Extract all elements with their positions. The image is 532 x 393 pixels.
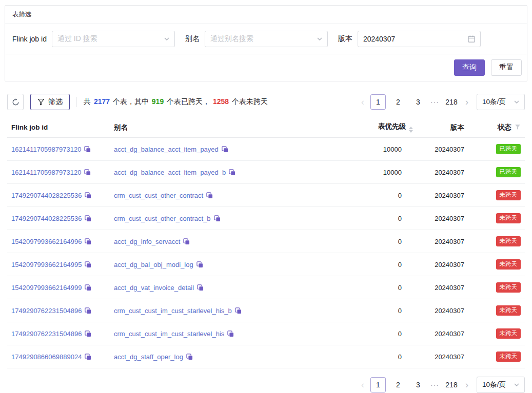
filter-row: Flink job id 通过 ID 搜索 别名 通过别名搜索 版本 20240… — [5, 24, 527, 54]
copy-icon[interactable] — [227, 330, 234, 337]
job-id-select[interactable]: 通过 ID 搜索 — [52, 31, 175, 47]
reset-button[interactable]: 重置 — [491, 59, 522, 76]
table-row: 1542097993662164995acct_dg_bal_obj_modi_… — [7, 253, 525, 276]
copy-icon[interactable] — [84, 169, 91, 176]
status-cell: 未跨天 — [468, 345, 525, 368]
job-id-cell: 1749290762231504896 — [7, 299, 110, 322]
copy-icon[interactable] — [183, 238, 190, 245]
status-cell: 未跨天 — [468, 322, 525, 345]
job-id-link[interactable]: 1542097993662164999 — [11, 284, 82, 292]
alias-cell: crm_cust_cust_other_contract_b — [110, 207, 358, 230]
priority-cell: 0 — [358, 276, 417, 299]
page-size-select[interactable]: 10条/页 — [477, 94, 525, 110]
alias-link[interactable]: acct_dg_bal_obj_modi_log — [114, 261, 193, 268]
copy-icon[interactable] — [85, 330, 91, 337]
alias-link[interactable]: crm_cust_cust_im_cust_starlevel_his — [114, 330, 224, 338]
alias-link[interactable]: crm_cust_cust_other_contract — [114, 192, 203, 199]
page-size-value: 10条/页 — [482, 380, 506, 389]
copy-icon[interactable] — [85, 307, 91, 314]
page-218-button[interactable]: 218 — [444, 94, 459, 110]
chevron-down-icon — [317, 37, 322, 41]
next-page-button[interactable]: › — [464, 94, 470, 110]
alias-link[interactable]: crm_cust_cust_other_contract_b — [114, 215, 211, 222]
filter-toggle-button[interactable]: 筛选 — [30, 94, 70, 110]
priority-cell: 0 — [358, 253, 417, 276]
copy-icon[interactable] — [85, 192, 91, 199]
page-1-button[interactable]: 1 — [370, 377, 386, 392]
copy-icon[interactable] — [235, 307, 242, 314]
copy-icon[interactable] — [85, 284, 91, 291]
copy-icon[interactable] — [206, 192, 213, 199]
status-badge: 未跨天 — [496, 236, 521, 246]
table-row: 1749290762231504896crm_cust_cust_im_cust… — [7, 322, 525, 345]
table-row: 1542097993662164996acct_dg_info_servacct… — [7, 230, 525, 253]
status-cell: 未跨天 — [468, 230, 525, 253]
status-cell: 未跨天 — [468, 276, 525, 299]
alias-cell: acct_dg_staff_oper_log — [110, 345, 358, 368]
alias-link[interactable]: acct_dg_info_servacct — [114, 238, 180, 245]
copy-icon[interactable] — [196, 261, 203, 268]
page-218-button[interactable]: 218 — [444, 377, 459, 392]
column-filter-icon[interactable] — [515, 124, 521, 130]
next-page-button[interactable]: › — [464, 377, 470, 392]
version-cell: 20240307 — [417, 345, 468, 368]
alias-link[interactable]: crm_cust_cust_im_cust_starlevel_his_b — [114, 307, 232, 315]
prev-page-button[interactable]: ‹ — [360, 94, 366, 110]
job-id-cell: 1542097993662164999 — [7, 276, 110, 299]
page-2-button[interactable]: 2 — [390, 377, 406, 392]
status-cell: 已跨天 — [468, 161, 525, 184]
page-3-button[interactable]: 3 — [410, 377, 426, 392]
crossed-count: 919 — [152, 97, 164, 106]
refresh-button[interactable] — [7, 94, 24, 110]
job-id-link[interactable]: 1749290744028225536 — [11, 215, 82, 222]
copy-icon[interactable] — [85, 354, 91, 360]
copy-icon[interactable] — [85, 215, 91, 222]
job-id-link[interactable]: 1621411705987973120 — [11, 146, 81, 153]
status-cell: 已跨天 — [468, 138, 525, 161]
job-id-link[interactable]: 1749290762231504896 — [11, 307, 82, 315]
version-cell: 20240307 — [417, 184, 468, 207]
version-value: 20240307 — [363, 35, 395, 43]
priority-cell: 10000 — [358, 161, 417, 184]
copy-icon[interactable] — [214, 215, 221, 222]
alias-cell: crm_cust_cust_im_cust_starlevel_his — [110, 322, 358, 345]
page-1-button[interactable]: 1 — [370, 94, 386, 110]
page-2-button[interactable]: 2 — [390, 94, 406, 110]
job-id-link[interactable]: 1749290744028225536 — [11, 192, 82, 199]
alias-cell: acct_dg_vat_invoice_detail — [110, 276, 358, 299]
copy-icon[interactable] — [85, 238, 91, 245]
page-3-button[interactable]: 3 — [410, 94, 426, 110]
prev-page-button[interactable]: ‹ — [360, 377, 366, 392]
sort-icon[interactable] — [409, 127, 413, 133]
alias-select[interactable]: 通过别名搜索 — [205, 31, 328, 47]
job-id-link[interactable]: 1542097993662164995 — [11, 261, 82, 268]
copy-icon[interactable] — [222, 146, 228, 153]
copy-icon[interactable] — [197, 284, 204, 291]
job-id-filter-group: Flink job id 通过 ID 搜索 — [12, 31, 175, 47]
version-date-input[interactable]: 20240307 — [358, 31, 481, 47]
job-id-link[interactable]: 1749290762231504896 — [11, 330, 82, 338]
chevron-down-icon — [514, 100, 519, 104]
col-priority[interactable]: 表优先级 — [358, 117, 417, 138]
alias-link[interactable]: acct_dg_balance_acct_item_payed_b — [114, 169, 226, 176]
copy-icon[interactable] — [229, 169, 235, 176]
alias-link[interactable]: acct_dg_vat_invoice_detail — [114, 284, 194, 292]
pagination: ‹123···218› — [360, 94, 470, 110]
table-toolbar: 筛选 共 2177 个表，其中 919 个表已跨天， 1258 个表未跨天 ‹1… — [7, 94, 525, 110]
copy-icon[interactable] — [84, 146, 91, 153]
copy-icon[interactable] — [186, 354, 193, 360]
job-id-cell: 1749290866069889024 — [7, 345, 110, 368]
page-size-select[interactable]: 10条/页 — [477, 377, 525, 393]
job-id-link[interactable]: 1621411705987973120 — [11, 169, 81, 176]
filter-actions: 查询 重置 — [5, 54, 527, 81]
job-id-cell: 1749290762231504896 — [7, 322, 110, 345]
summary-part: 个表未跨天 — [230, 97, 268, 106]
version-cell: 20240307 — [417, 322, 468, 345]
job-id-link[interactable]: 1542097993662164996 — [11, 238, 82, 245]
col-status[interactable]: 状态 — [468, 117, 525, 138]
alias-link[interactable]: acct_dg_balance_acct_item_payed — [114, 146, 219, 153]
query-button[interactable]: 查询 — [454, 59, 485, 76]
alias-link[interactable]: acct_dg_staff_oper_log — [114, 353, 183, 361]
job-id-link[interactable]: 1749290866069889024 — [11, 353, 82, 361]
copy-icon[interactable] — [85, 261, 91, 268]
